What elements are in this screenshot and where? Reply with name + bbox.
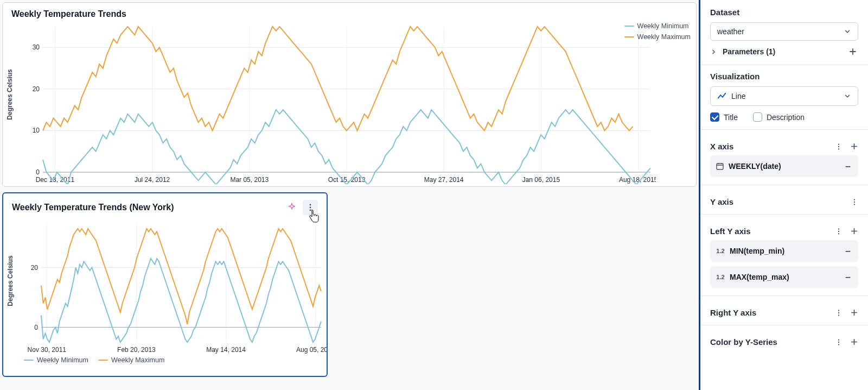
left-y-kebab-icon[interactable]: [835, 228, 843, 235]
svg-text:Oct 15, 2013: Oct 15, 2013: [328, 176, 366, 184]
svg-text:0: 0: [34, 324, 38, 331]
x-axis-add-icon[interactable]: [850, 142, 858, 150]
svg-point-50: [838, 312, 839, 313]
svg-text:May 14, 2014: May 14, 2014: [206, 346, 246, 354]
parameters-expander[interactable]: Parameters (1): [710, 41, 858, 62]
description-checkbox[interactable]: [753, 112, 762, 122]
remove-field-icon[interactable]: －: [843, 244, 853, 257]
x-axis-kebab-icon[interactable]: [835, 143, 843, 150]
color-by-kebab-icon[interactable]: [835, 338, 843, 346]
svg-point-23: [310, 204, 311, 206]
numeric-type-icon: 1.2: [716, 248, 725, 254]
chart-card-1[interactable]: Weekly Temperature Trends Weekly Minimum…: [2, 2, 697, 187]
line-chart-icon: [717, 91, 727, 101]
svg-point-52: [838, 339, 839, 340]
svg-text:0: 0: [36, 168, 40, 176]
description-checkbox-label: Description: [767, 113, 805, 122]
left-y-add-icon[interactable]: [850, 227, 858, 235]
svg-text:20: 20: [33, 85, 40, 93]
right-y-kebab-icon[interactable]: [835, 309, 843, 317]
svg-text:Jan 06, 2015: Jan 06, 2015: [522, 176, 560, 184]
chart-canvas: 0102030Dec 13, 2011Jul 24, 2012Mar 05, 2…: [27, 23, 656, 184]
svg-point-45: [854, 204, 855, 205]
chart-title: Weekly Temperature Trends (New York): [12, 203, 174, 212]
numeric-type-icon: 1.2: [716, 274, 725, 280]
y-axis-kebab-icon[interactable]: [851, 198, 858, 206]
left-y-field-min[interactable]: 1.2 MIN(temp_min) －: [710, 240, 858, 262]
svg-point-49: [838, 310, 839, 311]
chevron-down-icon: [844, 92, 851, 100]
svg-point-40: [838, 146, 839, 147]
svg-point-54: [838, 344, 839, 345]
svg-point-24: [310, 207, 311, 209]
sparkle-icon[interactable]: [284, 200, 299, 215]
x-axis-field[interactable]: WEEKLY(date) －: [710, 155, 858, 177]
chart-ylabel: Degrees Celsius: [6, 69, 14, 119]
chevron-right-icon: [710, 48, 717, 55]
config-panel: Dataset weather Parameters (1) Visualiza…: [699, 0, 868, 390]
svg-text:Aug 18, 2015: Aug 18, 2015: [619, 176, 656, 184]
dataset-select[interactable]: weather: [710, 22, 858, 41]
svg-text:10: 10: [33, 127, 40, 134]
svg-point-44: [854, 201, 855, 202]
chart-title: Weekly Temperature Trends: [11, 9, 126, 19]
chevron-down-icon: [844, 28, 851, 35]
visualization-type-select[interactable]: Line: [710, 86, 858, 106]
right-y-axis-heading: Right Y axis: [710, 308, 756, 317]
chart-canvas: 020Nov 30, 2011Feb 20, 2013May 14, 2014A…: [25, 219, 327, 354]
svg-point-41: [838, 148, 839, 149]
visualization-heading: Visualization: [710, 72, 858, 81]
chart-card-2[interactable]: Weekly Temperature Trends (New York) Deg…: [2, 192, 328, 377]
svg-text:Feb 20, 2013: Feb 20, 2013: [117, 346, 156, 354]
svg-point-47: [838, 230, 839, 231]
right-y-add-icon[interactable]: [850, 309, 858, 317]
title-checkbox[interactable]: [710, 112, 719, 122]
title-checkbox-label: Title: [724, 113, 738, 122]
svg-point-39: [838, 143, 839, 144]
svg-point-51: [838, 314, 839, 316]
left-y-field-max[interactable]: 1.2 MAX(temp_max) －: [710, 266, 858, 288]
dataset-heading: Dataset: [710, 8, 858, 17]
add-parameter-icon[interactable]: [847, 46, 858, 57]
color-by-add-icon[interactable]: [850, 338, 858, 346]
y-axis-heading: Y axis: [710, 197, 733, 206]
svg-text:May 27, 2014: May 27, 2014: [424, 176, 464, 184]
left-y-axis-heading: Left Y axis: [710, 227, 751, 236]
svg-point-25: [310, 210, 311, 211]
svg-point-43: [854, 199, 855, 200]
chart-legend: Weekly Minimum Weekly Maximum: [12, 354, 318, 368]
remove-field-icon[interactable]: －: [843, 160, 853, 173]
svg-text:30: 30: [33, 43, 40, 51]
color-by-heading: Color by Y-Series: [710, 337, 777, 347]
svg-rect-42: [717, 163, 723, 169]
kebab-menu-icon[interactable]: [303, 200, 318, 215]
svg-point-46: [838, 228, 839, 229]
svg-point-53: [838, 341, 839, 342]
chart-ylabel: Degrees Celsius: [7, 256, 14, 306]
chart-legend: Weekly Minimum Weekly Maximum: [624, 22, 691, 44]
calendar-icon: [716, 162, 724, 171]
svg-text:Aug 05, 2015: Aug 05, 2015: [296, 346, 327, 354]
remove-field-icon[interactable]: －: [843, 271, 853, 284]
svg-text:Jul 24, 2012: Jul 24, 2012: [135, 176, 170, 184]
svg-text:Mar 05, 2013: Mar 05, 2013: [230, 176, 269, 184]
x-axis-heading: X axis: [710, 142, 733, 151]
svg-text:Nov 30, 2011: Nov 30, 2011: [28, 346, 67, 354]
svg-point-48: [838, 233, 839, 234]
svg-text:20: 20: [31, 264, 39, 272]
